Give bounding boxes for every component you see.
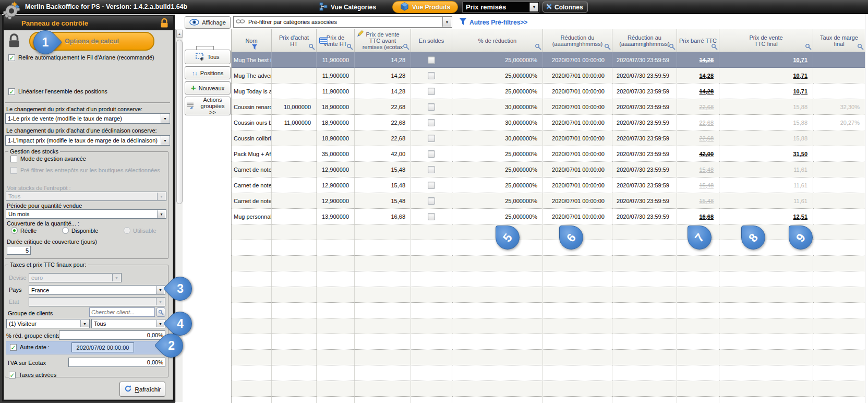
column-header-en-soldes[interactable]: En soldes [411,29,452,52]
cell-en-soldes[interactable] [411,162,452,177]
cell-pct-reduction[interactable]: 30,000000% [452,131,543,146]
radio-reelle[interactable]: Réelle [11,227,37,234]
cell-reduction-au[interactable]: 2020/07/30 23:59:59 [612,162,677,177]
duree-critique-input[interactable] [7,246,31,255]
cell-reduction-au[interactable]: 2020/07/30 23:59:59 [612,177,677,193]
cell-taux-marge-final[interactable] [813,68,865,84]
en-soldes-checkbox[interactable] [428,197,435,205]
cell-pct-reduction[interactable]: 25,000000% [452,68,543,84]
cell-prix-vente-ttc-avant[interactable]: 14,28 [355,84,411,99]
cell-nom[interactable]: Mug The best is y [232,52,272,68]
cell-nom[interactable]: Coussin colibri [232,131,272,146]
en-soldes-checkbox[interactable] [428,166,435,173]
cell-prix-barre-ttc[interactable]: 22,68 [677,99,719,115]
tous-button[interactable]: Tous [185,50,231,64]
cell-reduction-du[interactable]: 2020/07/01 00:00:00 [543,146,612,162]
cell-reduction-du[interactable]: 2020/07/01 00:00:00 [543,115,612,131]
table-row[interactable]: Coussin renard10,00000018,90000022,6830,… [232,99,865,115]
cell-reduction-du[interactable]: 2020/07/01 00:00:00 [543,99,612,115]
cell-en-soldes[interactable] [411,177,452,193]
cell-reduction-au[interactable]: 2020/07/30 23:59:59 [612,68,677,84]
cell-prix-vente-ttc-avant[interactable]: 22,68 [355,99,411,115]
cell-pct-reduction[interactable]: 25,000000% [452,177,543,193]
en-soldes-checkbox[interactable] [428,56,435,64]
cell-en-soldes[interactable] [411,193,452,209]
cell-prix-vente-ttc-final[interactable]: 10,71 [719,84,813,99]
cell-taux-marge-final[interactable] [813,162,865,177]
cell-prix-barre-ttc[interactable]: 14,28 [677,52,719,68]
table-row[interactable]: Mug The adventur11,90000014,2825,000000%… [232,68,865,84]
cell-prix-vente-ttc-final[interactable]: 10,71 [719,68,813,84]
cell-prix-vente-ttc-avant[interactable]: 15,48 [355,177,411,193]
cell-reduction-du[interactable]: 2020/07/01 00:00:00 [543,52,612,68]
cell-prix-achat-ht[interactable] [272,209,317,224]
magnifier-icon[interactable] [857,43,864,51]
vue-produits-button[interactable]: Vue Produits [392,1,458,13]
cell-prix-achat-ht[interactable] [272,162,317,177]
cell-reduction-au[interactable]: 2020/07/30 23:59:59 [612,115,677,131]
cell-taux-marge-final[interactable] [813,84,865,99]
cell-reduction-du[interactable]: 2020/07/01 00:00:00 [543,131,612,146]
column-header-reduction-au[interactable]: Réduction au (aaaammjjhhmmss) [612,29,677,52]
en-soldes-checkbox[interactable] [428,88,435,95]
cell-taux-marge-final[interactable] [813,209,865,224]
cell-reduction-au[interactable]: 2020/07/30 23:59:59 [612,193,677,209]
scrollbar-thumb[interactable] [176,40,183,204]
cell-prix-achat-ht[interactable]: 11,000000 [272,115,317,131]
cell-prix-vente-ttc-final[interactable]: 12,51 [719,209,813,224]
autre-date-input[interactable]: 2020/07/02 00:00:00 [71,342,134,352]
cell-pct-reduction[interactable]: 30,000000% [452,115,543,131]
cell-en-soldes[interactable] [411,99,452,115]
checkbox-taxes-activees[interactable]: ✓Taxes activées [9,372,56,378]
cell-nom[interactable]: Mug The adventur [232,68,272,84]
cell-prix-vente-ht[interactable]: 11,900000 [317,68,355,84]
cell-prix-barre-ttc[interactable]: 42,00 [677,146,719,162]
cell-nom[interactable]: Carnet de notes R [232,162,272,177]
vue-categories-button[interactable]: Vue Catégories [319,2,376,13]
cell-pct-reduction[interactable]: 25,000000% [452,193,543,209]
cell-prix-vente-ttc-final[interactable]: 15,88 [719,115,813,131]
panel-lock-icon[interactable] [160,18,169,31]
cell-taux-marge-final[interactable] [813,52,865,68]
cell-prix-barre-ttc[interactable]: 22,68 [677,131,719,146]
colonnes-button[interactable]: Colonnes [542,2,588,13]
cell-pct-reduction[interactable]: 30,000000% [452,99,543,115]
cell-nom[interactable]: Pack Mug + Affich [232,146,272,162]
magnifier-icon[interactable] [604,43,611,51]
cell-prix-vente-ht[interactable]: 12,900000 [317,193,355,209]
funnel-icon[interactable] [251,44,258,51]
dropdown-pays[interactable]: France▼ [29,285,165,295]
affichage-button[interactable]: Affichage [185,16,231,29]
column-header-prix-achat-ht[interactable]: Prix d'achat HT [272,29,317,52]
magnifier-icon[interactable] [535,43,541,51]
cell-pct-reduction[interactable]: 25,000000% [452,84,543,99]
en-soldes-checkbox[interactable] [428,103,435,111]
cell-prix-vente-ht[interactable]: 35,000000 [317,146,355,162]
column-header-prix-vente-ht[interactable]: Prix de vente HT [317,29,355,52]
cell-reduction-du[interactable]: 2020/07/01 00:00:00 [543,193,612,209]
cell-reduction-du[interactable]: 2020/07/01 00:00:00 [543,162,612,177]
cell-en-soldes[interactable] [411,68,452,84]
cell-prix-barre-ttc[interactable]: 15,48 [677,162,719,177]
cell-nom[interactable]: Coussin renard [232,99,272,115]
cell-prix-achat-ht[interactable] [272,146,317,162]
cell-prix-vente-ttc-final[interactable]: 11,61 [719,162,813,177]
cell-prix-achat-ht[interactable] [272,131,317,146]
en-soldes-checkbox[interactable] [428,135,435,142]
cell-prix-vente-ttc-avant[interactable]: 22,68 [355,115,411,131]
cell-en-soldes[interactable] [411,209,452,224]
chercher-client-input[interactable] [89,307,155,317]
cell-prix-vente-ttc-avant[interactable]: 42,00 [355,146,411,162]
cell-prix-vente-ht[interactable]: 18,900000 [317,115,355,131]
cell-prix-vente-ht[interactable]: 11,900000 [317,52,355,68]
column-header-prix-barre-ttc[interactable]: Prix barré TTC [677,29,719,52]
lock-icon[interactable] [7,33,21,51]
en-soldes-checkbox[interactable] [428,150,435,158]
cell-prix-vente-ttc-final[interactable]: 11,61 [719,177,813,193]
table-row[interactable]: Mug Today is a gc11,90000014,2825,000000… [232,84,865,99]
magnifier-icon[interactable] [346,43,353,51]
magnifier-icon[interactable] [711,43,718,51]
cell-prix-vente-ht[interactable]: 12,900000 [317,177,355,193]
cell-prix-vente-ttc-avant[interactable]: 15,48 [355,162,411,177]
cell-prix-vente-ht[interactable]: 18,900000 [317,131,355,146]
